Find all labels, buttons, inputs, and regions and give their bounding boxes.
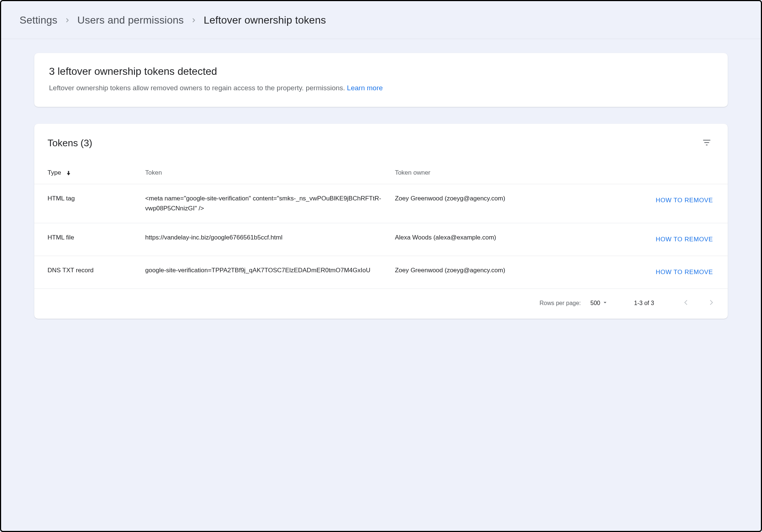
table-row: HTML tag <meta name="google-site-verific… bbox=[34, 184, 728, 223]
page-range: 1-3 of 3 bbox=[624, 300, 664, 307]
cell-type: HTML file bbox=[34, 223, 145, 256]
cell-owner: Alexa Woods (alexa@example.com) bbox=[395, 223, 603, 256]
previous-page-button[interactable] bbox=[680, 296, 692, 310]
rows-per-page-label: Rows per page: bbox=[539, 300, 581, 307]
filter-icon bbox=[702, 138, 712, 148]
table-title: Tokens (3) bbox=[48, 137, 92, 149]
how-to-remove-button[interactable]: HOW TO REMOVE bbox=[654, 266, 714, 279]
table-header-row: Type Token Token owner bbox=[34, 155, 728, 184]
table-row: DNS TXT record google-site-verification=… bbox=[34, 256, 728, 289]
cell-type: DNS TXT record bbox=[34, 256, 145, 289]
sort-descending-icon bbox=[65, 170, 72, 176]
column-owner[interactable]: Token owner bbox=[395, 155, 603, 184]
column-type[interactable]: Type bbox=[34, 155, 145, 184]
column-token[interactable]: Token bbox=[145, 155, 395, 184]
breadcrumb-settings[interactable]: Settings bbox=[20, 14, 57, 26]
cell-token: <meta name="google-site-verification" co… bbox=[145, 184, 395, 223]
alert-title: 3 leftover ownership tokens detected bbox=[49, 66, 713, 77]
tokens-card: Tokens (3) Type bbox=[34, 124, 728, 319]
column-type-label: Type bbox=[48, 169, 61, 176]
rows-per-page-select[interactable]: 500 bbox=[590, 299, 608, 307]
how-to-remove-button[interactable]: HOW TO REMOVE bbox=[654, 233, 714, 246]
cell-token: https://vandelay-inc.biz/google6766561b5… bbox=[145, 223, 395, 256]
breadcrumb-users-permissions[interactable]: Users and permissions bbox=[77, 14, 184, 26]
cell-token: google-site-verification=TPPA2TBf9j_qAK7… bbox=[145, 256, 395, 289]
alert-description: Leftover ownership tokens allow removed … bbox=[49, 84, 347, 92]
chevron-right-icon bbox=[64, 17, 71, 24]
alert-card: 3 leftover ownership tokens detected Lef… bbox=[34, 53, 728, 107]
learn-more-link[interactable]: Learn more bbox=[347, 84, 383, 92]
rows-per-page-value: 500 bbox=[590, 300, 600, 307]
breadcrumb: Settings Users and permissions Leftover … bbox=[1, 1, 761, 39]
dropdown-icon bbox=[602, 299, 608, 307]
chevron-right-icon bbox=[190, 17, 197, 24]
chevron-left-icon bbox=[682, 298, 690, 308]
tokens-table: Type Token Token owner HTML bbox=[34, 155, 728, 289]
how-to-remove-button[interactable]: HOW TO REMOVE bbox=[654, 194, 714, 207]
alert-body: Leftover ownership tokens allow removed … bbox=[49, 83, 713, 94]
next-page-button[interactable] bbox=[705, 296, 717, 310]
breadcrumb-current: Leftover ownership tokens bbox=[204, 14, 326, 26]
cell-owner: Zoey Greenwood (zoeyg@agency.com) bbox=[395, 256, 603, 289]
pagination: Rows per page: 500 1-3 of 3 bbox=[34, 289, 728, 319]
chevron-right-icon bbox=[707, 298, 715, 308]
filter-button[interactable] bbox=[699, 135, 714, 151]
cell-type: HTML tag bbox=[34, 184, 145, 223]
table-row: HTML file https://vandelay-inc.biz/googl… bbox=[34, 223, 728, 256]
cell-owner: Zoey Greenwood (zoeyg@agency.com) bbox=[395, 184, 603, 223]
